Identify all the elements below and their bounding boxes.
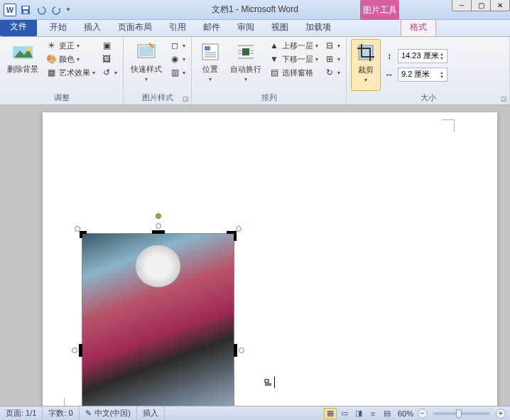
tab-view[interactable]: 视图 (263, 18, 297, 36)
qat-customize-icon[interactable]: ▼ (65, 6, 71, 13)
ribbon-tabs: 文件 开始 插入 页面布局 引用 邮件 审阅 视图 加载项 格式 (0, 20, 510, 37)
redo-button[interactable] (50, 3, 64, 17)
document-area[interactable] (0, 105, 510, 406)
tab-page-layout[interactable]: 页面布局 (109, 18, 161, 36)
zoom-in-button[interactable]: + (496, 409, 506, 419)
view-web-button[interactable]: ◨ (352, 408, 365, 419)
position-icon (199, 41, 222, 63)
tab-home[interactable]: 开始 (41, 18, 75, 36)
width-input[interactable]: 9.2 厘米▲▼ (398, 68, 447, 82)
bring-forward-button[interactable]: ▲上移一层▾ (267, 39, 320, 52)
height-input-row: ↕ 14.23 厘米▲▼ (384, 49, 447, 63)
tab-addins[interactable]: 加载项 (297, 18, 340, 36)
selected-picture[interactable] (82, 233, 234, 406)
height-icon: ↕ (384, 50, 395, 62)
rotate-button[interactable]: ↻▾ (322, 66, 342, 79)
resize-handle-tr[interactable] (236, 226, 242, 232)
zoom-level[interactable]: 60% (398, 409, 413, 418)
crop-button[interactable]: 裁剪▾ (351, 39, 381, 91)
quick-styles-button[interactable]: 快速样式▾ (128, 39, 165, 91)
compress-pictures-button[interactable]: ▣ (99, 39, 119, 52)
crop-handle-t[interactable] (152, 230, 165, 234)
status-bar: 页面: 1/1 字数: 0 ✎中文(中国) 插入 ▦ ▭ ◨ ≡ ▤ 60% −… (0, 406, 510, 420)
margin-corner-bl (64, 398, 77, 406)
view-outline-button[interactable]: ≡ (367, 408, 379, 419)
group-button[interactable]: ⊞▾ (322, 53, 342, 65)
view-full-screen-button[interactable]: ▭ (338, 408, 351, 419)
tab-file[interactable]: 文件 (0, 17, 37, 36)
quick-access-toolbar: W ▼ (0, 3, 71, 17)
rotate-icon: ↻ (324, 67, 335, 78)
size-launcher[interactable]: ◲ (499, 95, 508, 103)
align-icon: ⊟ (324, 40, 335, 51)
group-size: 裁剪▾ ↕ 14.23 厘米▲▼ ↔ 9.2 厘米▲▼ 大小 ◲ (347, 37, 510, 104)
send-backward-icon: ▼ (268, 53, 280, 65)
status-language[interactable]: ✎中文(中国) (80, 406, 137, 420)
zoom-out-button[interactable]: − (418, 409, 428, 419)
picture-border-button[interactable]: ◻▾ (168, 39, 187, 52)
word-app-icon[interactable]: W (3, 3, 17, 17)
tab-references[interactable]: 引用 (161, 18, 195, 36)
tab-insert[interactable]: 插入 (75, 18, 109, 36)
selection-pane-button[interactable]: ▤选择窗格 (267, 66, 320, 79)
group-icon: ⊞ (324, 53, 335, 65)
ribbon: 删除背景 ☀更正▾ 🎨颜色▾ ▦艺术效果▾ ▣ 🖼 ↺▾ 调整 快速样式▾ (0, 37, 510, 105)
border-icon: ◻ (169, 40, 180, 51)
maximize-button[interactable]: ▢ (471, 0, 491, 11)
artistic-effects-button[interactable]: ▦艺术效果▾ (44, 66, 97, 79)
reset-picture-button[interactable]: ↺▾ (99, 66, 119, 79)
position-button[interactable]: 位置▾ (196, 39, 224, 91)
picture-styles-launcher[interactable]: ◲ (181, 95, 190, 103)
status-page[interactable]: 页面: 1/1 (0, 406, 43, 420)
wrap-text-button[interactable]: 自动换行▾ (227, 39, 264, 91)
crop-handle-tl[interactable] (80, 231, 89, 241)
svg-rect-8 (205, 46, 210, 50)
crop-handle-r[interactable] (234, 344, 237, 357)
width-input-row: ↔ 9.2 厘米▲▼ (384, 68, 447, 82)
undo-button[interactable] (34, 3, 48, 17)
resize-handle-t[interactable] (156, 223, 161, 229)
align-button[interactable]: ⊟▾ (322, 39, 342, 52)
effects-icon: ◉ (169, 53, 180, 65)
zoom-slider[interactable] (433, 412, 490, 415)
svg-rect-20 (265, 379, 268, 382)
picture-content[interactable] (82, 233, 234, 406)
tab-format[interactable]: 格式 (401, 18, 436, 36)
change-picture-button[interactable]: 🖼 (99, 53, 119, 65)
rotate-handle[interactable] (156, 213, 161, 219)
group-arrange: 位置▾ 自动换行▾ ▲上移一层▾ ▼下移一层▾ ▤选择窗格 ⊟▾ ⊞▾ ↻▾ 排… (192, 37, 347, 104)
quick-styles-icon (135, 41, 158, 63)
selection-pane-icon: ▤ (268, 67, 280, 78)
minimize-button[interactable]: ─ (452, 0, 472, 11)
crop-handle-l[interactable] (79, 344, 82, 357)
context-tool-label: 图片工具 (360, 0, 399, 20)
tab-review[interactable]: 审阅 (229, 18, 263, 36)
view-print-layout-button[interactable]: ▦ (324, 408, 337, 419)
window-controls: ─ ▢ ✕ (452, 0, 510, 11)
view-draft-button[interactable]: ▤ (381, 408, 394, 419)
remove-background-button[interactable]: 删除背景 (4, 39, 41, 91)
close-button[interactable]: ✕ (490, 0, 510, 11)
anchor-icon (264, 379, 273, 386)
corrections-button[interactable]: ☀更正▾ (44, 39, 97, 52)
zoom-thumb[interactable] (456, 409, 462, 418)
wrap-icon (234, 41, 257, 63)
proofing-icon: ✎ (85, 409, 92, 418)
resize-handle-r[interactable] (239, 348, 244, 353)
crop-icon (354, 41, 377, 64)
crop-handle-tr[interactable] (227, 231, 237, 241)
send-backward-button[interactable]: ▼下移一层▾ (267, 53, 320, 65)
resize-handle-l[interactable] (72, 348, 77, 353)
status-word-count[interactable]: 字数: 0 (43, 406, 79, 420)
height-input[interactable]: 14.23 厘米▲▼ (398, 49, 447, 63)
status-insert-mode[interactable]: 插入 (137, 406, 165, 420)
brightness-icon: ☀ (45, 40, 57, 51)
picture-layout-button[interactable]: ▥▾ (168, 66, 187, 79)
picture-effects-button[interactable]: ◉▾ (168, 53, 187, 65)
width-icon: ↔ (384, 69, 395, 80)
svg-point-4 (26, 47, 31, 51)
save-button[interactable] (18, 3, 33, 17)
tab-mailings[interactable]: 邮件 (195, 18, 229, 36)
artistic-icon: ▦ (45, 67, 57, 78)
color-button[interactable]: 🎨颜色▾ (44, 53, 97, 65)
